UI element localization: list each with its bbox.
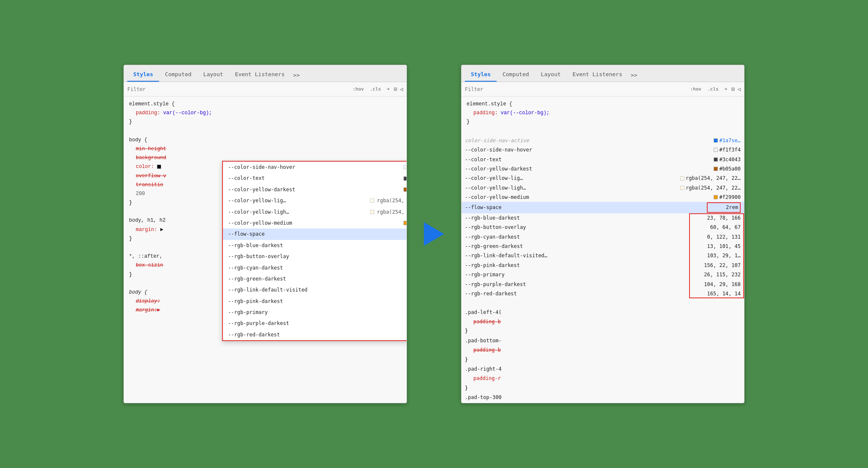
left-styles-content: element.style { padding: var(--color-bg)… <box>124 96 407 403</box>
body-selector-left: body { <box>124 136 407 145</box>
autocomplete-item-0[interactable]: --color-side-nav-hover #f1f3f4 <box>223 162 407 173</box>
padding-line-left: padding: var(--color-bg); <box>124 109 407 118</box>
autocomplete-item-5[interactable]: --color-yellow-medium #f29900 <box>223 217 407 228</box>
var-row-yellow-lig-right: --color-yellow-lig… rgba(254, 247, 22… <box>461 173 744 183</box>
left-devtools-panel: Styles Computed Layout Event Listeners >… <box>124 65 407 403</box>
tab-event-listeners-right[interactable]: Event Listeners <box>567 68 628 82</box>
var-row-rgb-green-right: --rgb-green-darkest 13, 101, 45 <box>461 242 744 251</box>
tab-styles-right[interactable]: Styles <box>465 68 497 82</box>
close-brace-1-left: } <box>124 118 407 127</box>
var-row-flow-space-right: --flow-space 2rem <box>461 202 744 213</box>
autocomplete-item-13[interactable]: --rgb-primary <box>223 307 407 318</box>
main-container: Styles Computed Layout Event Listeners >… <box>107 48 761 420</box>
cls-button-right[interactable]: .cls <box>706 85 720 93</box>
var-row-rgb-pink-right: --rgb-pink-darkest 156, 22, 107 <box>461 261 744 270</box>
plus-button-left[interactable]: + <box>385 85 392 93</box>
rgb-vars-section: --rgb-blue-darkest 23, 78, 166 --rgb-but… <box>461 213 744 299</box>
plus-button-right[interactable]: + <box>723 85 729 93</box>
blank-right-2 <box>461 298 744 307</box>
pad-top-prop: padding-t <box>461 402 744 403</box>
var-row-yellow-ligh-right: --color-yellow-ligh… rgba(254, 247, 22… <box>461 183 744 193</box>
padding-line-right: padding: var(--color-bg); <box>461 109 744 118</box>
tab-layout-left[interactable]: Layout <box>198 68 229 82</box>
styles-icon-left[interactable]: ⊡ <box>394 86 397 92</box>
var-row-text-right: --color-text #3c4043 <box>461 155 744 164</box>
filter-input-left[interactable] <box>127 86 349 92</box>
autocomplete-item-2[interactable]: --color-yellow-darkest #b05a00 <box>223 184 407 195</box>
pad-left-prop: padding-b <box>461 317 744 326</box>
arrow-container <box>424 222 444 246</box>
close-brace-1-right: } <box>461 118 744 127</box>
right-styles-content: element.style { padding: var(--color-bg)… <box>461 96 744 403</box>
left-tabs-bar: Styles Computed Layout Event Listeners >… <box>124 65 407 82</box>
tab-event-listeners-left[interactable]: Event Listeners <box>229 68 291 82</box>
tab-computed-right[interactable]: Computed <box>497 68 535 82</box>
var-row-rgb-button-right: --rgb-button-overlay 60, 64, 67 <box>461 223 744 232</box>
autocomplete-item-15[interactable]: --rgb-red-darkest <box>223 329 407 340</box>
inspect-icon-right[interactable]: ◁ <box>737 86 741 92</box>
scrolled-header-right: color-side-nav-active #1a7se… <box>461 136 744 145</box>
element-style-selector-left: element.style { <box>124 100 407 109</box>
autocomplete-dropdown-left: --color-side-nav-hover #f1f3f4 --color-t… <box>222 161 407 341</box>
var-row-rgb-cyan-right: --rgb-cyan-darkest 0, 122, 131 <box>461 232 744 242</box>
autocomplete-item-14[interactable]: --rgb-purple-darkest <box>223 318 407 329</box>
pad-bottom-row: .pad-bottom- <box>461 336 744 345</box>
pad-bottom-close: } <box>461 355 744 364</box>
blank-right-1 <box>461 127 744 136</box>
autocomplete-item-8[interactable]: --rgb-button-overlay <box>223 251 407 262</box>
pad-right-prop: padding-r <box>461 374 744 383</box>
var-row-rgb-red-right: --rgb-red-darkest 165, 14, 14 <box>461 289 744 298</box>
var-row-yellow-darkest-right: --color-yellow-darkest #b05a00 <box>461 164 744 173</box>
flow-space-section: --flow-space 2rem <box>461 202 744 213</box>
right-tabs-bar: Styles Computed Layout Event Listeners >… <box>461 65 744 82</box>
blank-1-left <box>124 127 407 136</box>
tab-layout-right[interactable]: Layout <box>535 68 567 82</box>
var-row-rgb-primary-right: --rgb-primary 26, 115, 232 <box>461 270 744 279</box>
tab-more-right[interactable]: >> <box>628 69 640 82</box>
pad-left-close: } <box>461 326 744 336</box>
tab-computed-left[interactable]: Computed <box>159 68 198 82</box>
tab-styles-left[interactable]: Styles <box>127 68 159 82</box>
autocomplete-item-9[interactable]: --rgb-cyan-darkest <box>223 262 407 273</box>
styles-icon-right[interactable]: ⊡ <box>731 86 735 92</box>
autocomplete-item-11[interactable]: --rgb-link-default-visited <box>223 284 407 295</box>
right-toolbar: :hov .cls + ⊡ ◁ <box>461 82 744 96</box>
pad-right-close: } <box>461 383 744 393</box>
tab-more-left[interactable]: >> <box>291 69 302 82</box>
filter-input-right[interactable] <box>465 86 686 92</box>
left-toolbar: :hov .cls + ⊡ ◁ <box>124 82 407 96</box>
pad-right-row: .pad-right-4 <box>461 364 744 374</box>
var-row-yellow-medium-right: --color-yellow-medium #f29900 <box>461 193 744 202</box>
var-row-nav-hover-right: --color-side-nav-hover #f1f3f4 <box>461 145 744 154</box>
autocomplete-item-6-highlighted[interactable]: --flow-space <box>223 228 407 240</box>
pad-left-row: .pad-left-4( <box>461 308 744 317</box>
autocomplete-item-7[interactable]: --rgb-blue-darkest <box>223 240 407 251</box>
var-row-rgb-blue-right: --rgb-blue-darkest 23, 78, 166 <box>461 213 744 223</box>
var-row-rgb-purple-right: --rgb-purple-darkest 104, 29, 168 <box>461 280 744 289</box>
right-code-area: element.style { padding: var(--color-bg)… <box>461 96 744 403</box>
min-height-line-left: min-height <box>124 145 407 154</box>
hov-button-left[interactable]: :hov <box>351 85 366 93</box>
hov-button-right[interactable]: :hov <box>689 85 703 93</box>
autocomplete-item-10[interactable]: --rgb-green-darkest <box>223 273 407 284</box>
autocomplete-item-12[interactable]: --rgb-pink-darkest <box>223 296 407 307</box>
autocomplete-item-3[interactable]: --color-yellow-lig… rgba(254, 247, 22… <box>223 195 407 206</box>
autocomplete-item-1[interactable]: --color-text #3c4043 <box>223 173 407 184</box>
inspect-icon-left[interactable]: ◁ <box>400 86 403 92</box>
var-row-rgb-link-right: --rgb-link-default-visited… 103, 29, 1… <box>461 251 744 260</box>
element-style-selector-right: element.style { <box>461 100 744 109</box>
pad-top-row: .pad-top-300 <box>461 393 744 402</box>
autocomplete-item-4[interactable]: --color-yellow-ligh… rgba(254, 247, 22… <box>223 206 407 217</box>
direction-arrow <box>424 222 444 246</box>
right-devtools-panel: Styles Computed Layout Event Listeners >… <box>461 65 744 403</box>
pad-bottom-prop: padding-b <box>461 345 744 355</box>
cls-button-left[interactable]: .cls <box>368 85 383 93</box>
